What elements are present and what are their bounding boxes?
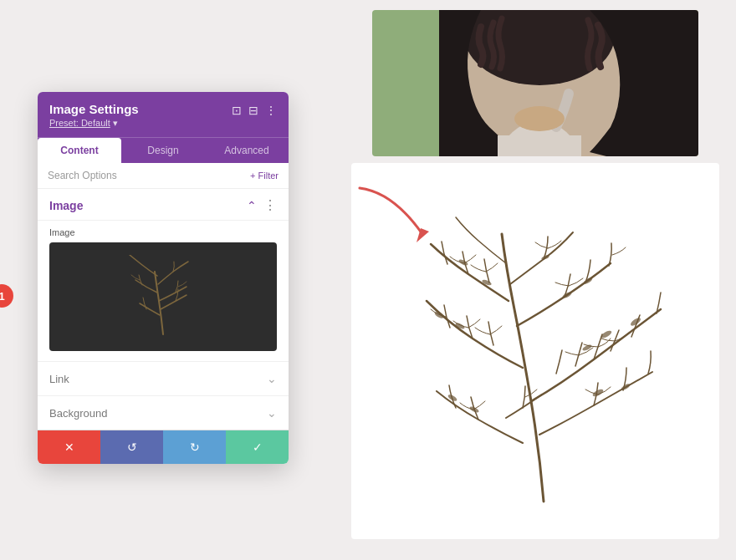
- background-label: Background: [49, 407, 107, 420]
- link-accordion[interactable]: Link ⌄: [38, 361, 289, 395]
- step-badge: 1: [0, 284, 13, 308]
- arrow-indicator: [347, 180, 439, 251]
- image-preview-inner: [49, 242, 277, 351]
- section-menu-icon[interactable]: ⋮: [263, 197, 277, 213]
- tab-design[interactable]: Design: [121, 138, 205, 163]
- panel-header-icons: ⊡ ⊟ ⋮: [232, 102, 277, 117]
- panel-toolbar: ✕ ↺ ↻ ✓: [38, 430, 289, 464]
- panel-title: Image Settings: [49, 102, 232, 116]
- undo-icon: ↺: [127, 440, 137, 454]
- search-options-input[interactable]: Search Options: [48, 170, 250, 181]
- close-icon: ✕: [64, 440, 74, 454]
- woman-photo: [372, 10, 698, 156]
- tab-advanced[interactable]: Advanced: [205, 138, 289, 163]
- tab-content[interactable]: Content: [38, 138, 121, 163]
- background-accordion[interactable]: Background ⌄: [38, 395, 289, 430]
- expand-icon[interactable]: ⊡: [232, 104, 242, 117]
- close-button[interactable]: ✕: [38, 430, 100, 464]
- svg-rect-3: [498, 135, 581, 156]
- image-settings-panel: Image Settings Preset: Default ▾ ⊡ ⊟ ⋮ C…: [38, 92, 289, 464]
- save-button[interactable]: ✓: [226, 430, 289, 464]
- redo-button[interactable]: ↻: [163, 430, 226, 464]
- panel-header-left: Image Settings Preset: Default ▾: [49, 102, 232, 129]
- column-icon[interactable]: ⊟: [248, 104, 258, 117]
- collapse-icon[interactable]: ⌃: [247, 199, 257, 212]
- svg-point-4: [514, 106, 565, 131]
- svg-point-6: [582, 344, 593, 352]
- image-preview[interactable]: [49, 242, 277, 351]
- link-label: Link: [49, 373, 69, 385]
- image-section-header: Image ⌃ ⋮: [38, 189, 289, 221]
- section-title: Image: [49, 199, 83, 212]
- section-actions: ⌃ ⋮: [247, 197, 277, 213]
- image-field-label: Image: [49, 227, 277, 237]
- panel-tabs: Content Design Advanced: [38, 137, 289, 163]
- undo-button[interactable]: ↺: [100, 430, 163, 464]
- redo-icon: ↻: [190, 440, 200, 454]
- panel-preset: Preset: Default ▾: [49, 118, 232, 129]
- save-icon: ✓: [253, 440, 263, 454]
- preview-fern-svg: [96, 255, 230, 339]
- filter-button[interactable]: + Filter: [250, 171, 279, 181]
- image-field-area: Image: [38, 221, 289, 361]
- link-chevron-icon: ⌄: [267, 372, 277, 385]
- more-options-icon[interactable]: ⋮: [265, 104, 277, 117]
- background-chevron-icon: ⌄: [267, 406, 277, 420]
- panel-body: Image ⌃ ⋮ Image: [38, 189, 289, 430]
- panel-header: Image Settings Preset: Default ▾ ⊡ ⊟ ⋮: [38, 92, 289, 137]
- search-bar: Search Options + Filter: [38, 163, 289, 189]
